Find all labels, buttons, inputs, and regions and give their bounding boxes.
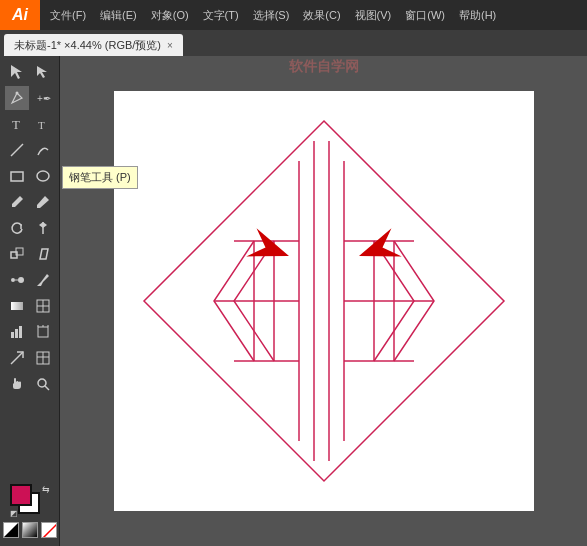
watermark: 软件自学网: [289, 58, 359, 76]
svg-point-16: [18, 277, 24, 283]
tool-row-2: +✒: [0, 86, 59, 110]
svg-rect-25: [38, 327, 48, 337]
tab-close-button[interactable]: ×: [167, 40, 173, 51]
menu-items: 文件(F) 编辑(E) 对象(O) 文字(T) 选择(S) 效果(C) 视图(V…: [40, 4, 506, 27]
tool-row-6: [0, 190, 59, 214]
swap-colors-icon[interactable]: ⇆: [42, 484, 50, 494]
app-logo: Ai: [0, 0, 40, 30]
svg-rect-24: [19, 326, 22, 338]
main-area: +✒ T T: [0, 56, 587, 546]
menu-view[interactable]: 视图(V): [349, 4, 398, 27]
type-tool-button[interactable]: T: [5, 112, 29, 136]
fill-swatch[interactable]: [10, 484, 32, 506]
tool-row-8: [0, 242, 59, 266]
shear-tool-button[interactable]: [31, 242, 55, 266]
menu-file[interactable]: 文件(F): [44, 4, 92, 27]
mesh-tool-button[interactable]: [31, 294, 55, 318]
tool-row-5: [0, 164, 59, 188]
svg-marker-10: [39, 222, 43, 228]
menu-help[interactable]: 帮助(H): [453, 4, 502, 27]
svg-point-15: [11, 278, 15, 282]
tool-row-9: [0, 268, 59, 292]
tab-label: 未标题-1* ×4.44% (RGB/预览): [14, 38, 161, 53]
blend-tool-button[interactable]: [5, 268, 29, 292]
line-tool-button[interactable]: [5, 138, 29, 162]
none-swatch-button[interactable]: [41, 522, 57, 538]
slice-tool-button[interactable]: [5, 346, 29, 370]
tool-row-10: [0, 294, 59, 318]
svg-rect-18: [11, 302, 23, 310]
svg-point-8: [37, 171, 49, 181]
svg-marker-1: [37, 66, 47, 78]
svg-line-34: [45, 386, 49, 390]
eyedropper-tool-button[interactable]: [31, 268, 55, 292]
document-tab[interactable]: 未标题-1* ×4.44% (RGB/预览) ×: [4, 34, 183, 56]
tool-row-7: [0, 216, 59, 240]
tool-row-11: [0, 320, 59, 344]
tool-row-4: [0, 138, 59, 162]
arc-tool-button[interactable]: [31, 138, 55, 162]
svg-text:T: T: [38, 119, 45, 131]
vertical-type-tool-button[interactable]: T: [31, 112, 55, 136]
hand-tool-button[interactable]: [5, 372, 29, 396]
tool-row-13: [0, 372, 59, 396]
svg-line-6: [11, 144, 23, 156]
svg-text:T: T: [12, 117, 20, 132]
svg-marker-36: [144, 121, 504, 481]
pencil-tool-button[interactable]: [31, 190, 55, 214]
scale-tool-button[interactable]: [5, 242, 29, 266]
tab-bar: 未标题-1* ×4.44% (RGB/预览) ×: [0, 30, 587, 56]
zoom-tool-button[interactable]: [31, 372, 55, 396]
svg-point-2: [15, 92, 18, 95]
svg-text:+✒: +✒: [37, 93, 51, 104]
rotate-tool-button[interactable]: [5, 216, 29, 240]
menu-effect[interactable]: 效果(C): [297, 4, 346, 27]
select-tool-button[interactable]: [5, 60, 29, 84]
svg-point-33: [38, 379, 46, 387]
svg-marker-14: [40, 249, 48, 259]
tools-panel: +✒ T T: [0, 56, 60, 546]
slice-select-tool-button[interactable]: [31, 346, 55, 370]
menu-window[interactable]: 窗口(W): [399, 4, 451, 27]
menu-edit[interactable]: 编辑(E): [94, 4, 143, 27]
paintbrush-tool-button[interactable]: [5, 190, 29, 214]
direct-select-tool-button[interactable]: [31, 60, 55, 84]
tool-row-3: T T: [0, 112, 59, 136]
tool-row-12: [0, 346, 59, 370]
svg-marker-0: [11, 65, 22, 79]
add-anchor-tool-button[interactable]: +✒: [31, 86, 55, 110]
default-colors-icon[interactable]: ◩: [10, 509, 18, 518]
artwork-svg: [114, 91, 534, 511]
menu-type[interactable]: 文字(T): [197, 4, 245, 27]
svg-rect-22: [11, 332, 14, 338]
menu-bar: Ai 文件(F) 编辑(E) 对象(O) 文字(T) 选择(S) 效果(C) 视…: [0, 0, 587, 30]
svg-marker-11: [43, 222, 47, 228]
tool-row-1: [0, 60, 59, 84]
reflect-tool-button[interactable]: [31, 216, 55, 240]
canvas-area[interactable]: 软件自学网: [60, 56, 587, 546]
graph-tool-button[interactable]: [5, 320, 29, 344]
svg-line-29: [11, 352, 23, 364]
svg-rect-7: [11, 172, 23, 181]
svg-line-35: [42, 523, 56, 537]
ellipse-tool-button[interactable]: [31, 164, 55, 188]
menu-select[interactable]: 选择(S): [247, 4, 296, 27]
artboard-tool-button[interactable]: [31, 320, 55, 344]
color-mode-button[interactable]: [3, 522, 19, 538]
menu-object[interactable]: 对象(O): [145, 4, 195, 27]
pen-tool-button[interactable]: [5, 86, 29, 110]
canvas: [114, 91, 534, 511]
gradient-tool-button[interactable]: [5, 294, 29, 318]
gradient-swatch-button[interactable]: [22, 522, 38, 538]
svg-rect-23: [15, 329, 18, 338]
rect-tool-button[interactable]: [5, 164, 29, 188]
